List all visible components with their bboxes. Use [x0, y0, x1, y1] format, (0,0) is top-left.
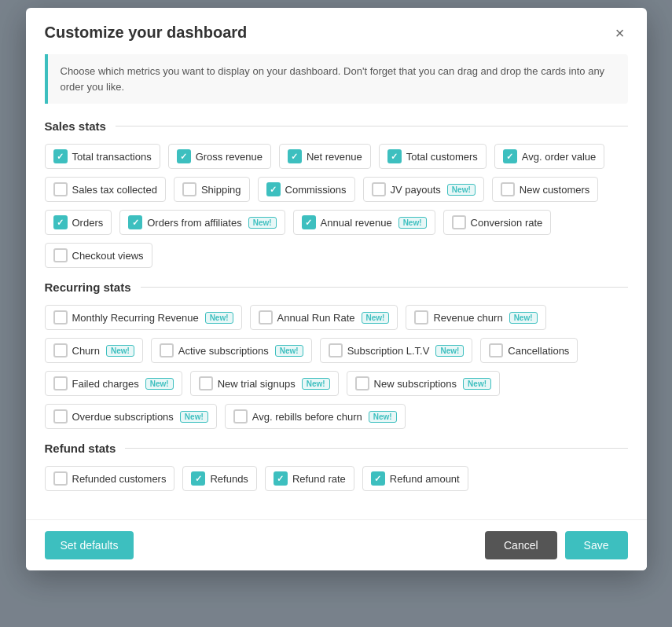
checkbox-refund-rate[interactable]	[274, 471, 288, 486]
modal-body: Choose which metrics you want to display…	[26, 54, 647, 519]
close-button[interactable]: ×	[612, 25, 628, 41]
section-line-sales-stats	[116, 126, 628, 126]
checkbox-item-refund-amount[interactable]: Refund amount	[362, 466, 468, 491]
checkbox-commissions[interactable]	[266, 182, 281, 196]
checkbox-refunded-customers[interactable]	[53, 471, 68, 486]
checkbox-overdue-subscriptions[interactable]	[53, 409, 68, 424]
checkbox-item-orders[interactable]: Orders	[45, 210, 112, 235]
checkbox-item-orders-from-affiliates[interactable]: Orders from affiliatesNew!	[119, 210, 285, 235]
checkbox-item-cancellations[interactable]: Cancellations	[480, 338, 578, 363]
cancel-button[interactable]: Cancel	[485, 531, 557, 559]
label-failed-charges: Failed charges	[72, 378, 139, 390]
label-new-subscriptions: New subscriptions	[374, 378, 457, 390]
checkbox-avg-rebills-before-churn[interactable]	[233, 409, 248, 424]
checkbox-checkout-views[interactable]	[53, 248, 68, 262]
footer-right: Cancel Save	[485, 531, 628, 559]
customize-dashboard-modal: Customize your dashboard × Choose which …	[26, 8, 647, 570]
label-refunds: Refunds	[210, 473, 248, 485]
checkbox-monthly-recurring-revenue[interactable]	[53, 310, 68, 324]
label-refund-amount: Refund amount	[390, 473, 460, 485]
checkbox-item-sales-tax-collected[interactable]: Sales tax collected	[45, 177, 166, 202]
checkbox-total-customers[interactable]	[387, 149, 402, 163]
checkbox-item-refunded-customers[interactable]: Refunded customers	[45, 466, 175, 491]
checkbox-item-overdue-subscriptions[interactable]: Overdue subscriptionsNew!	[45, 404, 217, 429]
checkbox-item-annual-revenue[interactable]: Annual revenueNew!	[293, 210, 435, 235]
checkbox-refunds[interactable]	[191, 471, 205, 486]
checkbox-item-active-subscriptions[interactable]: Active subscriptionsNew!	[151, 338, 312, 363]
checkbox-failed-charges[interactable]	[53, 376, 68, 390]
checkbox-item-revenue-churn[interactable]: Revenue churnNew!	[406, 305, 545, 330]
checkbox-item-total-customers[interactable]: Total customers	[379, 144, 487, 169]
label-commissions: Commissions	[285, 184, 347, 196]
checkbox-item-gross-revenue[interactable]: Gross revenue	[168, 144, 271, 169]
checkbox-avg-order-value[interactable]	[503, 149, 517, 163]
checkbox-item-new-trial-signups[interactable]: New trial signupsNew!	[190, 371, 339, 396]
section-title-recurring-stats: Recurring stats	[45, 280, 131, 294]
modal-header: Customize your dashboard ×	[26, 8, 647, 54]
checkbox-item-jv-payouts[interactable]: JV payoutsNew!	[363, 177, 484, 202]
badge-new-churn: New!	[106, 345, 134, 357]
checkbox-item-annual-run-rate[interactable]: Annual Run RateNew!	[250, 305, 398, 330]
checkbox-annual-run-rate[interactable]	[259, 310, 273, 324]
checkbox-new-customers[interactable]	[501, 182, 515, 196]
badge-new-avg-rebills-before-churn: New!	[369, 411, 397, 423]
section-header-sales-stats: Sales stats	[45, 119, 628, 133]
checkbox-total-transactions[interactable]	[53, 149, 68, 163]
checkbox-cancellations[interactable]	[489, 343, 503, 358]
checkbox-item-checkout-views[interactable]: Checkout views	[45, 243, 152, 268]
checkbox-item-refunds[interactable]: Refunds	[182, 466, 256, 491]
checkbox-item-shipping[interactable]: Shipping	[174, 177, 250, 202]
label-avg-rebills-before-churn: Avg. rebills before churn	[252, 411, 362, 423]
checkbox-item-new-customers[interactable]: New customers	[492, 177, 599, 202]
checkbox-gross-revenue[interactable]	[177, 149, 191, 163]
label-revenue-churn: Revenue churn	[433, 312, 502, 324]
label-new-trial-signups: New trial signups	[218, 378, 296, 390]
checkbox-churn[interactable]	[53, 343, 68, 358]
checkbox-active-subscriptions[interactable]	[160, 343, 174, 358]
checkbox-jv-payouts[interactable]	[372, 182, 386, 196]
checkbox-grid-recurring-stats: Monthly Recurring RevenueNew!Annual Run …	[45, 305, 628, 429]
checkbox-item-monthly-recurring-revenue[interactable]: Monthly Recurring RevenueNew!	[45, 305, 242, 330]
set-defaults-button[interactable]: Set defaults	[45, 531, 134, 559]
section-header-refund-stats: Refund stats	[45, 442, 628, 455]
checkbox-sales-tax-collected[interactable]	[53, 182, 68, 196]
checkbox-refund-amount[interactable]	[371, 471, 385, 486]
checkbox-orders-from-affiliates[interactable]	[128, 215, 142, 229]
checkbox-item-total-transactions[interactable]: Total transactions	[45, 144, 160, 169]
save-button[interactable]: Save	[565, 531, 628, 559]
checkbox-orders[interactable]	[53, 215, 68, 229]
checkbox-new-subscriptions[interactable]	[355, 376, 369, 390]
checkbox-item-avg-order-value[interactable]: Avg. order value	[494, 144, 604, 169]
checkbox-item-conversion-rate[interactable]: Conversion rate	[443, 210, 552, 235]
badge-new-overdue-subscriptions: New!	[180, 411, 208, 423]
label-sales-tax-collected: Sales tax collected	[72, 184, 157, 196]
label-jv-payouts: JV payouts	[391, 184, 441, 196]
checkbox-shipping[interactable]	[182, 182, 196, 196]
checkbox-annual-revenue[interactable]	[302, 215, 316, 229]
badge-new-new-subscriptions: New!	[463, 378, 491, 390]
checkbox-item-refund-rate[interactable]: Refund rate	[265, 466, 354, 491]
checkbox-net-revenue[interactable]	[288, 149, 302, 163]
checkbox-item-commissions[interactable]: Commissions	[258, 177, 355, 202]
label-subscription-ltv: Subscription L.T.V	[347, 345, 430, 357]
label-overdue-subscriptions: Overdue subscriptions	[72, 411, 174, 423]
badge-new-new-trial-signups: New!	[302, 378, 330, 390]
label-refund-rate: Refund rate	[292, 473, 346, 485]
section-sales-stats: Sales statsTotal transactionsGross reven…	[45, 119, 628, 268]
checkbox-item-subscription-ltv[interactable]: Subscription L.T.VNew!	[320, 338, 473, 363]
section-refund-stats: Refund statsRefunded customersRefundsRef…	[45, 442, 628, 491]
checkbox-item-churn[interactable]: ChurnNew!	[45, 338, 143, 363]
badge-new-failed-charges: New!	[145, 378, 174, 390]
label-annual-revenue: Annual revenue	[321, 217, 392, 229]
checkbox-item-net-revenue[interactable]: Net revenue	[279, 144, 371, 169]
checkbox-new-trial-signups[interactable]	[199, 376, 213, 390]
badge-new-annual-revenue: New!	[398, 217, 427, 229]
info-box: Choose which metrics you want to display…	[45, 54, 628, 104]
checkbox-item-failed-charges[interactable]: Failed chargesNew!	[45, 371, 182, 396]
checkbox-item-new-subscriptions[interactable]: New subscriptionsNew!	[347, 371, 500, 396]
checkbox-item-avg-rebills-before-churn[interactable]: Avg. rebills before churnNew!	[225, 404, 406, 429]
checkbox-subscription-ltv[interactable]	[329, 343, 343, 358]
label-new-customers: New customers	[520, 184, 590, 196]
checkbox-revenue-churn[interactable]	[414, 310, 428, 324]
checkbox-conversion-rate[interactable]	[452, 215, 466, 229]
